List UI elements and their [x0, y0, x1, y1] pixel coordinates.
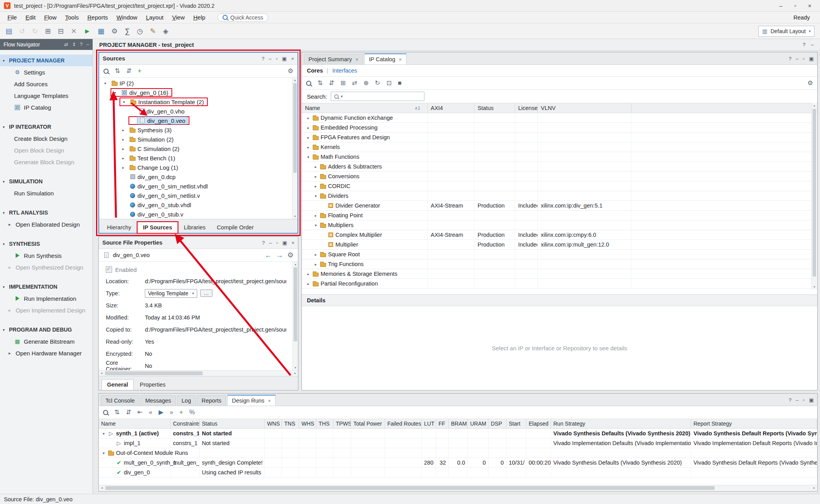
details-header[interactable]: Details [302, 295, 817, 306]
ip-catalog-row[interactable]: ▸Memories & Storage Elements [302, 269, 817, 279]
column-header-start[interactable]: Start [506, 419, 526, 428]
minimize-icon[interactable]: – [269, 56, 271, 61]
column-header-run-strategy[interactable]: Run Strategy [551, 419, 691, 428]
minimize-icon[interactable]: – [86, 42, 89, 47]
ip-catalog-row[interactable]: ▸Partial Reconfiguration [302, 279, 817, 289]
tree-item[interactable]: div_gen_0_sim_netlist.vhdl [99, 181, 292, 191]
window-minimize-icon[interactable]: – [779, 2, 783, 9]
design-run-row[interactable]: ✔div_gen_0Using cached IP results [99, 468, 817, 477]
expand-all-icon[interactable]: ⇵ [329, 80, 334, 86]
ip-settings-icon[interactable]: ⊡ [386, 80, 391, 86]
rewind-icon[interactable]: « [149, 409, 152, 415]
ip-catalog-row[interactable]: ▸Floating Point [302, 211, 817, 220]
tab-tcl-console[interactable]: Tcl Console [101, 395, 139, 406]
column-header-name[interactable]: Name [99, 419, 171, 428]
ip-catalog-row[interactable]: ▸CORDIC [302, 181, 817, 191]
flow-section-rtl-analysis[interactable]: ▾RTL ANALYSIS [0, 207, 93, 218]
tree-item[interactable]: ▸Synthesis (3) [99, 125, 292, 135]
percent-icon[interactable]: % [189, 409, 195, 415]
expand-arrow-icon[interactable]: ▾ [112, 91, 118, 95]
ip-catalog-row[interactable]: Complex MultiplierAXI4-StreamProductionI… [302, 230, 817, 240]
tree-item[interactable]: ▸Change Log (1) [99, 163, 292, 172]
minimize-icon[interactable]: – [796, 56, 799, 61]
sources-scrollbar[interactable]: ▴ ▾ [292, 78, 298, 219]
step-back-icon[interactable]: ⇤ [137, 409, 143, 415]
help-icon[interactable]: ? [803, 42, 806, 48]
expand-arrow-icon[interactable]: ▸ [313, 213, 318, 218]
expand-arrow-icon[interactable]: ▾ [103, 81, 108, 85]
column-header-report-strategy[interactable]: Report Strategy [691, 419, 817, 428]
details-toggle-icon[interactable]: ■ [398, 80, 402, 86]
float-icon[interactable]: ▣ [282, 56, 287, 61]
menu-tools[interactable]: Tools [61, 13, 83, 22]
ip-catalog-row[interactable]: ▸FPGA Features and Design [302, 133, 817, 142]
expand-arrow-icon[interactable]: ▸ [306, 126, 311, 130]
flow-section-synthesis[interactable]: ▾SYNTHESIS [0, 238, 93, 250]
tree-item[interactable]: ▸C Simulation (2) [99, 144, 292, 153]
tree-item[interactable]: div_gen_0_stub.vhdl [99, 200, 292, 209]
flow-item-open-hardware-manager[interactable]: ▸Open Hardware Manager [0, 347, 93, 359]
minimize-icon[interactable]: – [269, 240, 272, 245]
ip-catalog-row[interactable]: ▸Dynamic Function eXchange [302, 113, 817, 123]
column-header-lut[interactable]: LUT [422, 419, 436, 428]
float-icon[interactable]: ▣ [809, 56, 814, 61]
design-run-row[interactable]: ▾Out-of-Context Module Runs [99, 448, 817, 458]
scroll-down-icon[interactable]: ▾ [292, 214, 298, 219]
enabled-checkbox[interactable] [106, 266, 112, 273]
help-icon[interactable]: ? [789, 56, 791, 61]
group-by-category-icon[interactable]: ⊞ [340, 80, 346, 86]
ip-catalog-row[interactable]: Divider GeneratorAXI4-StreamProductionIn… [302, 201, 817, 211]
close-icon[interactable]: × [268, 398, 271, 404]
maximize-icon[interactable]: ▫ [276, 240, 278, 245]
create-run-icon[interactable]: + [179, 409, 183, 415]
column-header-license[interactable]: License [515, 103, 538, 113]
copy-button[interactable]: ⊞ [45, 28, 51, 35]
delete-button[interactable]: ✕ [71, 28, 77, 35]
menu-view[interactable]: View [168, 13, 189, 22]
column-header-elapsed[interactable]: Elapsed [526, 419, 551, 428]
expand-all-icon[interactable]: ⇵ [126, 409, 131, 415]
add-sources-icon[interactable]: + [138, 68, 141, 74]
ip-catalog-row[interactable]: ▸Embedded Processing [302, 123, 817, 133]
expand-arrow-icon[interactable]: ▸ [121, 156, 126, 160]
create-runs-button[interactable]: ▦ [98, 28, 104, 35]
tree-item[interactable]: ▸Test Bench (1) [99, 153, 292, 163]
type-dropdown[interactable]: Verilog Template▾ [145, 289, 197, 298]
column-header-status[interactable]: Status [474, 103, 515, 113]
settings-icon[interactable]: ⚙ [287, 252, 294, 259]
tree-item[interactable]: ▾Instantiation Template (2) [99, 97, 292, 106]
column-header-name[interactable]: Name∧1 [302, 103, 428, 113]
paste-button[interactable]: ⊟ [58, 28, 64, 35]
minimize-icon[interactable]: – [796, 398, 799, 403]
expand-arrow-icon[interactable]: ▾ [101, 451, 106, 455]
tree-item[interactable]: div_gen_0_sim_netlist.v [99, 191, 292, 200]
expand-arrow-icon[interactable]: ▸ [121, 165, 126, 170]
flow-item-add-sources[interactable]: Add Sources [0, 78, 93, 90]
tree-item[interactable]: div_gen_0_stub.v [99, 209, 292, 219]
tree-item[interactable]: div_gen_0.vho [99, 106, 292, 116]
menu-window[interactable]: Window [112, 13, 141, 22]
help-icon[interactable]: ? [789, 398, 791, 403]
tab-libraries[interactable]: Libraries [179, 222, 211, 233]
tab-design-runs[interactable]: Design Runs× [227, 395, 276, 406]
scroll-down-icon[interactable]: ▾ [293, 365, 298, 370]
expand-all-icon[interactable]: ⇵ [126, 68, 131, 74]
window-maximize-icon[interactable]: ▫ [794, 2, 796, 9]
column-header-total-power[interactable]: Total Power [351, 419, 385, 428]
flow-section-implementation[interactable]: ▾IMPLEMENTATION [0, 281, 93, 293]
tab-general[interactable]: General [102, 379, 134, 390]
column-header-status[interactable]: Status [200, 419, 265, 428]
layout-select[interactable]: ▥ Default Layout ▾ [758, 26, 815, 37]
column-header-whs[interactable]: WHS [299, 419, 316, 428]
column-header-ff[interactable]: FF [436, 419, 449, 428]
scroll-left-icon[interactable]: ◂ [99, 485, 105, 491]
taxonomy-view-icon[interactable]: ⇄ [352, 80, 357, 86]
flow-item-settings[interactable]: ⚙Settings [0, 66, 93, 78]
design-run-row[interactable]: ✔mult_gen_0_synth_1mult_gen_0synth_desig… [99, 458, 817, 468]
ip-catalog-row[interactable]: ▸Conversions [302, 172, 817, 181]
scrollbar-thumb[interactable] [294, 267, 297, 341]
flow-section-project-manager[interactable]: ▾PROJECT MANAGER [0, 55, 93, 66]
design-runs-hscrollbar[interactable]: ◂ ▸ [99, 485, 817, 491]
sfp-hscrollbar[interactable]: ◂ ▸ [99, 370, 298, 376]
design-run-row[interactable]: ▾▷synth_1 (active)constrs_1Not startedVi… [99, 429, 817, 438]
